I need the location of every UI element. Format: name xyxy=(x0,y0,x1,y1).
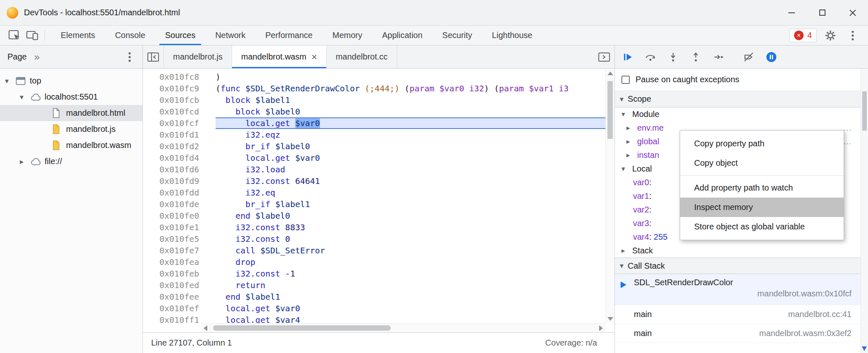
caret-icon: ▸ xyxy=(621,246,632,255)
scroll-right-icon[interactable] xyxy=(596,324,605,332)
menu-item-add-property-path-to-watch[interactable]: Add property path to watch xyxy=(680,178,844,198)
code-line[interactable]: 0x010fea drop xyxy=(143,256,614,268)
code-line[interactable]: 0x010fd2 br_if $label0 xyxy=(143,141,614,152)
tab-security[interactable]: Security xyxy=(432,26,482,45)
more-tabs-icon[interactable]: » xyxy=(34,51,40,63)
tab-elements[interactable]: Elements xyxy=(51,26,105,45)
frame-function-name: main xyxy=(634,329,652,338)
scroll-more-icon[interactable] xyxy=(862,346,867,351)
resume-script-icon[interactable] xyxy=(620,49,635,65)
scope-row-module[interactable]: ▾Module xyxy=(615,107,868,121)
tree-item-mandelbrot-wasm[interactable]: mandelbrot.wasm xyxy=(0,137,142,153)
tree-item-mandelbrot-js[interactable]: mandelbrot.js xyxy=(0,121,142,137)
code-line[interactable]: 0x010fe5 i32.const 0 xyxy=(143,233,614,245)
tree-item-mandelbrot-html[interactable]: mandelbrot.html xyxy=(0,105,142,121)
tree-item-top[interactable]: ▾top xyxy=(0,73,142,89)
source-tab-mandelbrot-js[interactable]: mandelbrot.js xyxy=(164,45,232,68)
scroll-down-icon[interactable] xyxy=(606,314,614,323)
tab-application[interactable]: Application xyxy=(372,26,432,45)
settings-gear-icon[interactable] xyxy=(822,27,839,44)
cursor-position: Line 27107, Column 1 xyxy=(151,338,232,348)
editor-horizontal-scrollbar[interactable] xyxy=(201,323,605,332)
code-line[interactable]: 0x010fe0 end $label0 xyxy=(143,210,614,222)
source-tab-mandelbrot-wasm[interactable]: mandelbrot.wasm× xyxy=(232,45,327,68)
close-tab-icon[interactable]: × xyxy=(311,51,317,63)
open-sidebar-icon[interactable] xyxy=(594,45,614,68)
menu-item-store-object-as-global-variable[interactable]: Store object as global variable xyxy=(680,217,844,236)
tab-memory[interactable]: Memory xyxy=(323,26,372,45)
code-line[interactable]: 0x010fd6 i32.load xyxy=(143,164,614,175)
caret-icon: ▸ xyxy=(626,124,637,132)
code-line[interactable]: 0x010feb i32.const -1 xyxy=(143,268,614,279)
inspect-element-icon[interactable] xyxy=(6,27,23,44)
code-line[interactable]: 0x010fdd i32.eq xyxy=(143,187,614,198)
source-tab-mandelbrot-cc[interactable]: mandelbrot.cc xyxy=(327,45,397,68)
menu-item-copy-property-path[interactable]: Copy property path xyxy=(680,134,844,153)
tab-lighthouse[interactable]: Lighthouse xyxy=(482,26,542,45)
editor-tabs: mandelbrot.jsmandelbrot.wasm×mandelbrot.… xyxy=(164,45,397,68)
deactivate-breakpoints-icon[interactable] xyxy=(741,49,756,65)
call-stack-frame-main[interactable]: mainmandelbrot.cc:41 xyxy=(615,305,868,324)
code-line[interactable]: 0x010fee end $label1 xyxy=(143,291,614,303)
maximize-button[interactable] xyxy=(807,0,837,25)
step-icon[interactable] xyxy=(711,49,726,65)
pause-on-caught-checkbox[interactable] xyxy=(621,76,630,84)
close-button[interactable] xyxy=(837,0,868,25)
paused-line: local.get $var0 xyxy=(216,117,614,129)
sidebar-scrollbar[interactable] xyxy=(861,69,868,353)
tab-page[interactable]: Page xyxy=(7,52,27,62)
code-line[interactable]: 0x010fed return xyxy=(143,279,614,291)
menu-separator xyxy=(680,175,844,176)
scope-section-header[interactable]: ▾ Scope xyxy=(615,91,868,107)
call-stack-frame-main[interactable]: mainmandelbrot.wasm:0x3ef2 xyxy=(615,324,868,343)
sidebar-scroll-thumb[interactable] xyxy=(862,91,867,131)
tab-network[interactable]: Network xyxy=(205,26,255,45)
byte-offset-gutter: 0x010fed xyxy=(159,279,201,291)
step-over-icon[interactable] xyxy=(643,49,658,65)
minimize-button[interactable] xyxy=(776,0,807,25)
cloud-icon xyxy=(31,93,45,101)
collapse-panel-icon[interactable] xyxy=(143,45,164,68)
source-tab-label: mandelbrot.cc xyxy=(336,52,388,62)
scroll-left-icon[interactable] xyxy=(201,324,210,332)
navigator-menu-icon[interactable] xyxy=(121,48,138,66)
vertical-scroll-thumb[interactable] xyxy=(607,81,613,139)
scope-row-stack[interactable]: ▸Stack xyxy=(615,244,868,258)
tab-performance[interactable]: Performance xyxy=(256,26,323,45)
frame-function-name: main xyxy=(634,310,652,319)
pause-on-exceptions-icon[interactable] xyxy=(764,49,779,65)
call-stack-section-header[interactable]: ▾ Call Stack xyxy=(615,258,868,274)
editor-vertical-scrollbar[interactable] xyxy=(605,69,614,323)
coverage-status: Coverage: n/a xyxy=(545,338,597,348)
code-line[interactable]: 0x010fcd block $label0 xyxy=(143,106,614,117)
code-line[interactable]: 0x010fe1 i32.const 8833 xyxy=(143,222,614,233)
menu-item-copy-object[interactable]: Copy object xyxy=(680,153,844,173)
code-line[interactable]: 0x010fcb block $label1 xyxy=(143,94,614,106)
step-out-icon[interactable] xyxy=(688,49,703,65)
code-line[interactable]: 0x010fd4 local.get $var0 xyxy=(143,152,614,164)
code-line[interactable]: 0x010fde br_if $label1 xyxy=(143,198,614,210)
call-stack-frame-sdl-setrenderdrawcolor[interactable]: SDL_SetRenderDrawColormandelbrot.wasm:0x… xyxy=(615,274,868,305)
tree-item-file[interactable]: ▸file:// xyxy=(0,153,142,169)
menu-item-inspect-memory[interactable]: Inspect memory xyxy=(680,198,844,217)
code-line[interactable]: 0x010fe7 call $SDL_SetError xyxy=(143,245,614,256)
code-line[interactable]: 0x010fcf local.get $var0 xyxy=(143,117,614,129)
step-into-icon[interactable] xyxy=(666,49,681,65)
scope-group-label: Stack xyxy=(632,246,653,255)
error-badge[interactable]: × 4 xyxy=(789,29,817,42)
toolbar-divider xyxy=(45,30,45,41)
code-line[interactable]: 0x010fc9(func $SDL_SetRenderDrawColor (;… xyxy=(143,83,614,94)
file-tree: ▾top▾localhost:5501mandelbrot.htmlmandel… xyxy=(0,69,142,169)
tab-sources[interactable]: Sources xyxy=(155,26,205,45)
tab-console[interactable]: Console xyxy=(105,26,155,45)
scroll-up-icon[interactable] xyxy=(606,69,614,78)
code-line[interactable]: 0x010fd9 i32.const 64641 xyxy=(143,175,614,187)
tree-item-localhost-5501[interactable]: ▾localhost:5501 xyxy=(0,89,142,105)
device-toolbar-icon[interactable] xyxy=(23,27,40,44)
kebab-menu-icon[interactable] xyxy=(844,27,861,44)
horizontal-scroll-thumb[interactable] xyxy=(213,325,391,331)
code-line[interactable]: 0x010fc8) xyxy=(143,71,614,83)
code-editor[interactable]: 0x010fc8)0x010fc9(func $SDL_SetRenderDra… xyxy=(143,69,614,332)
code-line[interactable]: 0x010fef local.get $var0 xyxy=(143,303,614,314)
code-line[interactable]: 0x010fd1 i32.eqz xyxy=(143,129,614,141)
